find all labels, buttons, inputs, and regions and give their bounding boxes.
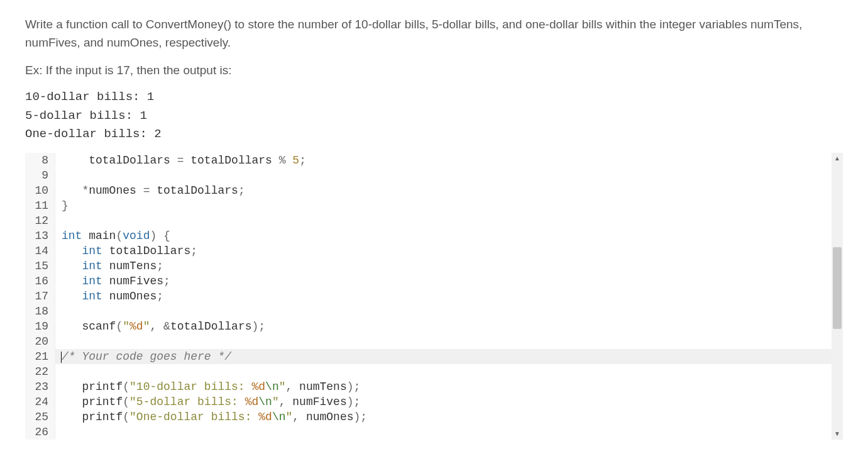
code-token: int — [62, 230, 89, 242]
code-token: totalDollars — [157, 184, 238, 197]
code-token: = — [177, 154, 191, 167]
code-line[interactable]: } — [55, 198, 843, 213]
example-intro: Ex: If the input is 17, then the output … — [25, 61, 843, 79]
code-token: = — [143, 184, 157, 197]
code-area[interactable]: totalDollars = totalDollars % 5; *numOne… — [55, 153, 843, 440]
code-token: " — [272, 396, 279, 408]
code-token: "10-dollar bills: — [129, 380, 251, 393]
code-token: ; — [238, 184, 245, 197]
code-line[interactable]: totalDollars = totalDollars % 5; — [55, 153, 843, 168]
code-token: 5 — [292, 154, 299, 167]
code-token: %d — [251, 380, 265, 393]
code-token: , — [292, 411, 306, 423]
code-line[interactable]: /* Your code goes here */ — [55, 349, 843, 364]
code-token: printf — [82, 411, 123, 423]
line-number: 10 — [25, 183, 48, 198]
code-line[interactable] — [55, 425, 843, 440]
code-token: %d — [258, 411, 272, 423]
code-token: ; — [157, 260, 163, 272]
code-token: \n — [265, 380, 279, 393]
code-token: ( — [123, 396, 129, 408]
code-line[interactable]: printf("10-dollar bills: %d\n", numTens)… — [55, 379, 843, 394]
code-line[interactable]: int main(void) { — [55, 228, 843, 243]
code-line[interactable] — [55, 213, 843, 228]
code-token: "5-dollar bills: — [129, 396, 245, 408]
code-token: int — [82, 290, 109, 303]
code-token: int — [82, 260, 109, 272]
problem-prompt: Write a function call to ConvertMoney() … — [25, 15, 843, 79]
vertical-scrollbar[interactable]: ▲ ▼ — [832, 153, 843, 440]
code-token: ( — [123, 380, 129, 393]
code-token: /* Your code goes here */ — [62, 350, 231, 363]
code-token: numFives — [109, 275, 163, 287]
line-number: 22 — [25, 364, 48, 379]
code-line[interactable]: printf("5-dollar bills: %d\n", numFives)… — [55, 394, 843, 409]
code-line[interactable]: int totalDollars; — [55, 243, 843, 258]
code-token: * — [82, 184, 89, 197]
code-token: ; — [157, 290, 163, 303]
line-number: 15 — [25, 258, 48, 274]
code-token: , — [150, 320, 163, 333]
code-token: { — [163, 230, 170, 242]
code-token: ( — [123, 411, 129, 423]
code-token: ); — [354, 411, 368, 423]
prompt-text: Write a function call to ConvertMoney() … — [25, 15, 843, 52]
code-token: ( — [116, 320, 123, 333]
code-token: ) — [150, 230, 163, 242]
code-token: \n — [272, 411, 286, 423]
code-token: main — [89, 230, 116, 242]
code-token: numTens — [299, 380, 347, 393]
scroll-down-arrow[interactable]: ▼ — [832, 428, 843, 440]
code-token: int — [82, 245, 109, 257]
scrollbar-thumb[interactable] — [833, 247, 842, 329]
line-number: 12 — [25, 213, 48, 228]
code-line[interactable]: *numOnes = totalDollars; — [55, 183, 843, 198]
line-number: 19 — [25, 319, 48, 334]
scroll-up-arrow[interactable]: ▲ — [832, 153, 843, 164]
code-token: " — [123, 320, 129, 333]
code-token: " — [285, 411, 292, 423]
line-number: 24 — [25, 394, 48, 409]
code-token: totalDollars — [190, 154, 278, 167]
code-token: ); — [252, 320, 266, 333]
code-line[interactable]: int numTens; — [55, 258, 843, 274]
code-token: totalDollars — [89, 154, 177, 167]
code-token: printf — [82, 396, 123, 408]
line-number: 18 — [25, 304, 48, 319]
code-token: \n — [258, 396, 272, 408]
line-number: 11 — [25, 198, 48, 213]
line-number: 17 — [25, 289, 48, 304]
code-token: numOnes — [109, 290, 157, 303]
code-line[interactable]: int numFives; — [55, 274, 843, 289]
code-token: numOnes — [306, 411, 354, 423]
code-editor[interactable]: 891011121314151617181920212223242526 tot… — [25, 153, 843, 440]
line-number: 26 — [25, 425, 48, 440]
code-token: % — [279, 154, 293, 167]
code-line[interactable] — [55, 334, 843, 349]
code-line[interactable]: printf("One-dollar bills: %d\n", numOnes… — [55, 409, 843, 425]
code-token: ; — [299, 154, 306, 167]
code-token: printf — [82, 380, 123, 393]
code-token: " — [143, 320, 150, 333]
code-token: "One-dollar bills: — [129, 411, 258, 423]
line-number: 23 — [25, 379, 48, 394]
code-token: %d — [245, 396, 259, 408]
code-token: } — [62, 199, 69, 212]
code-line[interactable] — [55, 168, 843, 183]
example-output: 10-dollar bills: 1 5-dollar bills: 1 One… — [25, 88, 843, 143]
code-line[interactable]: scanf("%d", &totalDollars); — [55, 319, 843, 334]
code-token: ( — [116, 230, 123, 242]
code-line[interactable]: int numOnes; — [55, 289, 843, 304]
line-number: 9 — [25, 168, 48, 183]
line-number: 14 — [25, 243, 48, 258]
text-caret — [61, 352, 62, 363]
code-token: numOnes — [89, 184, 143, 197]
code-line[interactable] — [55, 364, 843, 379]
code-token: , — [279, 396, 293, 408]
code-token: totalDollars — [170, 320, 252, 333]
line-number: 20 — [25, 334, 48, 349]
code-token: %d — [129, 320, 143, 333]
code-line[interactable] — [55, 304, 843, 319]
code-token: int — [82, 275, 109, 287]
code-token: , — [286, 380, 300, 393]
